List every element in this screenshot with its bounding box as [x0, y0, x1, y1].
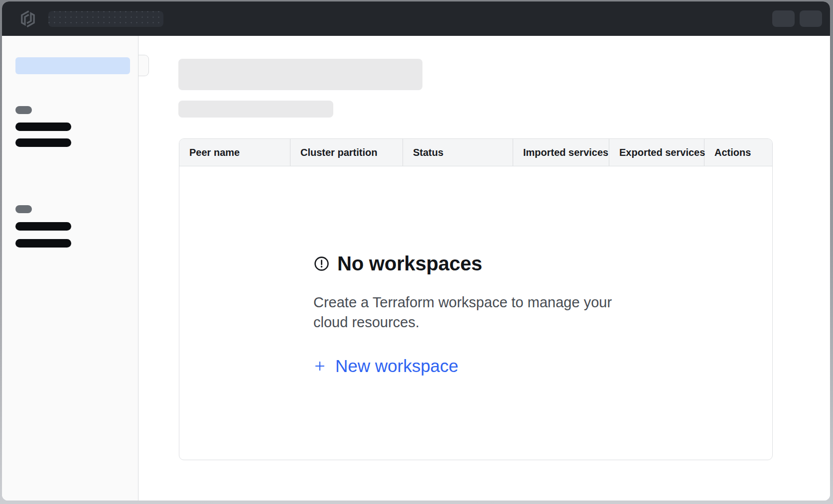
sidebar-nav-item-skeleton-1[interactable]: [15, 123, 71, 131]
content-area: Peer name Cluster partition Status Impor…: [2, 36, 830, 501]
sidebar-nav-item-skeleton-3[interactable]: [15, 222, 71, 231]
column-header-peer-name: Peer name: [179, 139, 290, 166]
search-input-skeleton[interactable]: [48, 11, 163, 27]
empty-state-description-line-2: cloud resources.: [313, 312, 632, 332]
page-subtitle-skeleton: [178, 101, 333, 118]
column-header-actions: Actions: [704, 139, 772, 166]
column-header-cluster-partition: Cluster partition: [290, 139, 403, 166]
sidebar-active-nav-item-skeleton[interactable]: [15, 57, 130, 74]
plus-icon: [313, 360, 326, 373]
sidebar-section-label-skeleton-1: [15, 106, 32, 114]
empty-state-description: Create a Terraform workspace to manage y…: [313, 292, 632, 332]
column-header-imported-services: Imported services: [513, 139, 609, 166]
column-header-status: Status: [403, 139, 513, 166]
topbar-button-skeleton-1[interactable]: [772, 10, 795, 27]
page-title-skeleton: [178, 59, 422, 90]
empty-state: No workspaces Create a Terraform workspa…: [313, 252, 632, 376]
alert-circle-icon: [313, 255, 330, 272]
peers-table: Peer name Cluster partition Status Impor…: [179, 138, 773, 460]
new-workspace-label: New workspace: [335, 356, 458, 376]
topbar-button-skeleton-2[interactable]: [800, 10, 822, 27]
sidebar-nav-item-skeleton-4[interactable]: [15, 239, 71, 248]
main-panel: Peer name Cluster partition Status Impor…: [139, 36, 830, 501]
sidebar: [2, 36, 139, 501]
sidebar-section-label-skeleton-2: [15, 205, 32, 213]
hashicorp-logo-icon: [18, 9, 37, 28]
empty-state-title: No workspaces: [337, 252, 482, 275]
column-header-exported-services: Exported services: [609, 139, 704, 166]
top-navigation-bar: [2, 1, 830, 36]
table-header-row: Peer name Cluster partition Status Impor…: [179, 139, 772, 166]
new-workspace-button[interactable]: New workspace: [313, 356, 458, 376]
empty-state-description-line-1: Create a Terraform workspace to manage y…: [313, 292, 632, 312]
sidebar-nav-item-skeleton-2[interactable]: [15, 138, 71, 147]
sidebar-collapse-handle[interactable]: [139, 55, 149, 76]
app-window: Peer name Cluster partition Status Impor…: [2, 1, 830, 501]
